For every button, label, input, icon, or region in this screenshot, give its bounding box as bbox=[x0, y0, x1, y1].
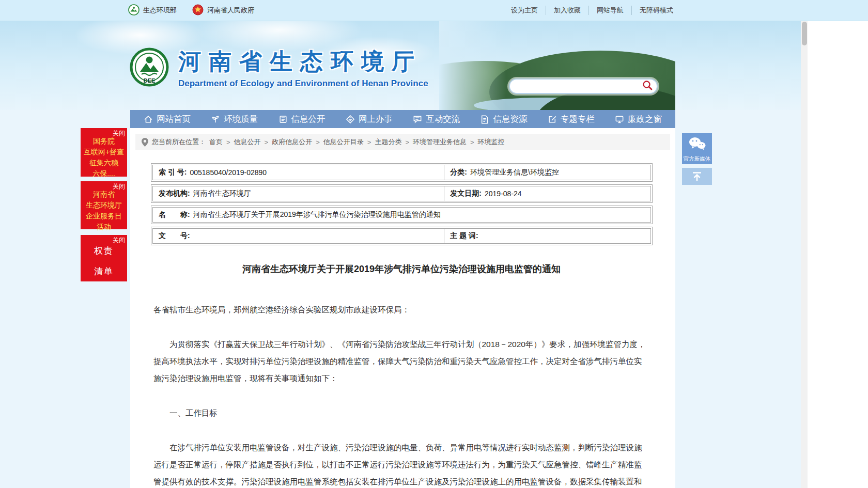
meta-value: 2019-08-24 bbox=[485, 190, 522, 198]
close-button[interactable]: 关闭 bbox=[113, 236, 125, 245]
notice-line: 河南省 bbox=[93, 190, 115, 199]
nav-label: 信息公开 bbox=[291, 114, 326, 125]
nav-label: 网上办事 bbox=[359, 114, 393, 125]
article-body: 河南省生态环境厅关于开展2019年涉气排污单位污染治理设施用电监管的通知 各省辖… bbox=[130, 263, 675, 488]
edit-pen-icon bbox=[548, 115, 557, 124]
mee-logo-icon bbox=[128, 4, 140, 17]
breadcrumb-item-env-management[interactable]: 环境管理业务信息 bbox=[413, 137, 467, 147]
department-logo: DEE bbox=[129, 47, 169, 87]
nav-item-integrity-window[interactable]: 廉政之窗 bbox=[615, 114, 662, 125]
site-subtitle: Department of Ecology and Environment of… bbox=[178, 78, 428, 89]
nav-label: 信息资源 bbox=[493, 114, 527, 125]
notice-line: 六保.... bbox=[92, 169, 115, 179]
breadcrumb-separator: > bbox=[265, 138, 269, 146]
meta-cell-index: 索 引 号: 005185040/2019-02890 bbox=[153, 165, 444, 180]
meta-cell-name: 名 称: 河南省生态环境厅关于开展2019年涉气排污单位污染治理设施用电监管的通… bbox=[153, 208, 650, 222]
article-paragraph: 为贯彻落实《打赢蓝天保卫战三年行动计划》、《河南省污染防治攻坚战三年行动计划（2… bbox=[153, 336, 649, 387]
notice-line: 征集六稳 bbox=[89, 159, 118, 168]
nav-item-online-services[interactable]: 网上办事 bbox=[346, 114, 393, 125]
site-header: DEE 河南省生态环境厅 Department of Ecology and E… bbox=[0, 21, 801, 110]
article-title: 河南省生态环境厅关于开展2019年涉气排污单位污染治理设施用电监管的通知 bbox=[153, 263, 649, 275]
add-favorite-link[interactable]: 加入收藏 bbox=[546, 6, 589, 15]
meta-label: 文 号: bbox=[159, 231, 190, 241]
close-button[interactable]: 关闭 bbox=[113, 129, 125, 138]
nav-item-info-disclosure[interactable]: 信息公开 bbox=[278, 114, 326, 125]
search-icon bbox=[642, 80, 653, 92]
official-media-widget[interactable]: 官方新媒体 bbox=[682, 133, 712, 164]
site-title: 河南省生态环境厅 bbox=[178, 46, 428, 77]
breadcrumb-item-info-disclosure[interactable]: 信息公开 bbox=[234, 137, 261, 147]
scene-fade bbox=[439, 21, 506, 110]
meta-label: 主 题 词: bbox=[450, 231, 478, 241]
set-homepage-link[interactable]: 设为主页 bbox=[503, 6, 546, 15]
nav-label: 廉政之窗 bbox=[628, 114, 662, 125]
nav-item-home[interactable]: 网站首页 bbox=[144, 114, 191, 125]
link-mee[interactable]: 生态环境部 bbox=[128, 4, 177, 17]
notice-line: 互联网+督查 bbox=[84, 148, 124, 157]
meta-label: 发布机构: bbox=[159, 189, 190, 198]
notice-line: 国务院 bbox=[93, 137, 115, 146]
floating-notice-guowuyuan[interactable]: 关闭 国务院 互联网+督查 征集六稳 六保.... bbox=[81, 128, 127, 177]
breadcrumb-separator: > bbox=[226, 138, 230, 146]
floating-notice-service-day[interactable]: 关闭 河南省 生态环境厅 企业服务日 活动 bbox=[81, 181, 127, 229]
meta-label: 发文日期: bbox=[450, 189, 482, 198]
link-henan-gov[interactable]: 河南省人民政府 bbox=[192, 4, 254, 17]
notice-line: 清单 bbox=[94, 265, 114, 277]
related-site-links: 生态环境部 河南省人民政府 bbox=[128, 0, 254, 21]
search-box bbox=[509, 78, 658, 94]
search-button[interactable] bbox=[638, 80, 657, 93]
meta-row-index-category: 索 引 号: 005185040/2019-02890 分类: 环境管理业务信息… bbox=[151, 163, 653, 182]
breadcrumb-item-home[interactable]: 首页 bbox=[209, 137, 223, 147]
meta-value: 河南省生态环境厅 bbox=[193, 189, 251, 198]
back-to-top-icon bbox=[691, 171, 703, 182]
meta-cell-category: 分类: 环境管理业务信息\环境监控 bbox=[444, 165, 650, 180]
official-media-label: 官方新媒体 bbox=[684, 155, 711, 163]
link-mee-label: 生态环境部 bbox=[143, 6, 177, 15]
nav-label: 专题专栏 bbox=[561, 114, 595, 125]
sprout-icon bbox=[211, 115, 220, 124]
home-icon bbox=[144, 115, 153, 124]
chat-bubble-icon bbox=[413, 115, 422, 124]
meta-row-agency-date: 发布机构: 河南省生态环境厅 发文日期: 2019-08-24 bbox=[151, 184, 653, 203]
close-button[interactable]: 关闭 bbox=[113, 182, 125, 191]
nav-label: 环境质量 bbox=[224, 114, 258, 125]
nav-item-interaction[interactable]: 互动交流 bbox=[413, 114, 460, 125]
link-henan-gov-label: 河南省人民政府 bbox=[207, 6, 254, 15]
content-panel: 您当前所在位置： 首页 > 信息公开 > 政府信息公开 > 信息公开目录 > 主… bbox=[130, 128, 675, 488]
logo-text: DEE bbox=[144, 77, 156, 84]
right-gutter bbox=[808, 21, 868, 488]
meta-label: 索 引 号: bbox=[159, 168, 187, 177]
breadcrumb-item-catalog[interactable]: 信息公开目录 bbox=[323, 137, 364, 147]
site-title-block: 河南省生态环境厅 Department of Ecology and Envir… bbox=[178, 46, 428, 89]
nav-item-env-quality[interactable]: 环境质量 bbox=[211, 114, 258, 125]
breadcrumb-separator: > bbox=[405, 138, 409, 146]
article-section-heading: 一、工作目标 bbox=[153, 404, 649, 421]
notice-line: 生态环境厅 bbox=[86, 201, 122, 210]
meta-value: 河南省生态环境厅关于开展2019年涉气排污单位污染治理设施用电监管的通知 bbox=[193, 210, 441, 219]
breadcrumb-separator: > bbox=[316, 138, 320, 146]
breadcrumb-prefix: 您当前所在位置： bbox=[152, 137, 206, 147]
breadcrumb-item-env-monitoring[interactable]: 环境监控 bbox=[478, 137, 505, 147]
top-utility-bar: 生态环境部 河南省人民政府 设为主页 加入收藏 网站导航 无障碍模式 bbox=[0, 0, 868, 21]
breadcrumb-item-topic-category[interactable]: 主题分类 bbox=[375, 137, 401, 147]
meta-value: 环境管理业务信息\环境监控 bbox=[470, 168, 559, 177]
wechat-icon bbox=[688, 136, 706, 153]
notice-line: 活动 bbox=[97, 223, 111, 232]
nav-label: 网站首页 bbox=[157, 114, 191, 125]
notice-line: 企业服务日 bbox=[86, 212, 122, 221]
site-map-link[interactable]: 网站导航 bbox=[589, 6, 632, 15]
vertical-scrollbar[interactable] bbox=[801, 21, 808, 488]
henan-gov-emblem-icon bbox=[192, 4, 204, 17]
nav-item-info-resources[interactable]: 信息资源 bbox=[480, 114, 527, 125]
breadcrumb-item-gov-info[interactable]: 政府信息公开 bbox=[272, 137, 312, 147]
breadcrumb-separator: > bbox=[367, 138, 371, 146]
search-input[interactable] bbox=[510, 82, 638, 90]
meta-row-docno-subject: 文 号: 主 题 词: bbox=[151, 227, 653, 245]
scrollbar-thumb[interactable] bbox=[802, 22, 807, 45]
nav-item-special-topics[interactable]: 专题专栏 bbox=[548, 114, 595, 125]
floating-notice-responsibility-list[interactable]: 关闭 权责 清单 bbox=[81, 235, 127, 281]
accessibility-mode-link[interactable]: 无障碍模式 bbox=[632, 6, 673, 15]
back-to-top-button[interactable] bbox=[682, 168, 712, 185]
nav-label: 互动交流 bbox=[426, 114, 460, 125]
monitor-icon bbox=[615, 115, 624, 124]
